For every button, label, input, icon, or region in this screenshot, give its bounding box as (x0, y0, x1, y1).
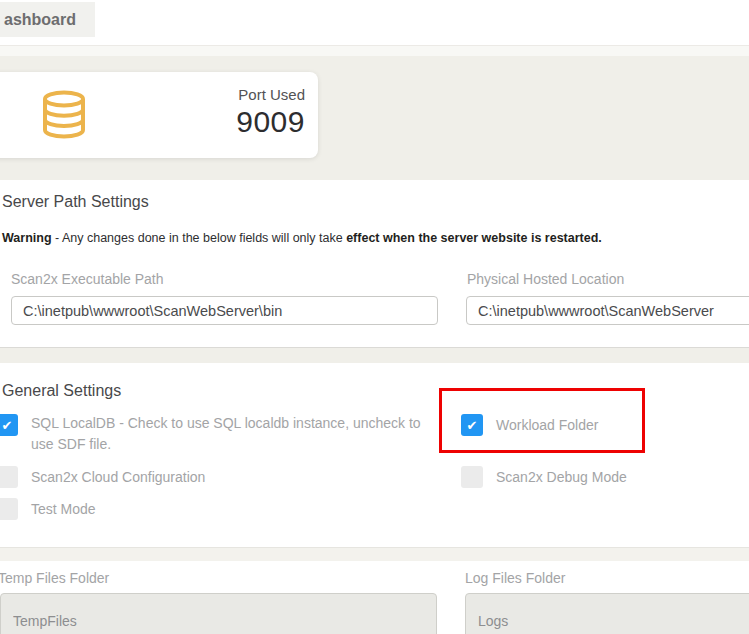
top-bar: ashboard (0, 0, 749, 46)
checkbox-row-workload-folder: ✔ Workload Folder (461, 414, 598, 436)
checkbox-label: SQL LocalDB - Check to use SQL localdb i… (31, 413, 426, 455)
database-icon (41, 90, 87, 140)
executable-path-input[interactable] (11, 296, 438, 325)
checkbox-label: Scan2x Cloud Configuration (31, 467, 205, 488)
hero-band-highlight (0, 46, 749, 56)
checkbox-row-cloud-configuration: ✔ Scan2x Cloud Configuration (0, 466, 205, 488)
hosted-location-label: Physical Hosted Location (467, 271, 624, 287)
section-separator (0, 347, 749, 363)
warning-text: Warning - Any changes done in the below … (2, 231, 602, 245)
checkbox-row-debug-mode: ✔ Scan2x Debug Mode (461, 466, 627, 488)
checkbox-label: Workload Folder (496, 415, 598, 436)
checkbox-sql-localdb[interactable]: ✔ (0, 414, 18, 436)
general-settings-section: General Settings ✔ SQL LocalDB - Check t… (0, 363, 749, 547)
general-settings-title: General Settings (2, 382, 121, 400)
warning-bold-suffix: effect when the server website is restar… (346, 231, 602, 245)
checkbox-scan2x-debug-mode[interactable]: ✔ (461, 466, 483, 488)
executable-path-label: Scan2x Executable Path (11, 271, 164, 287)
warning-normal: - Any changes done in the below fields w… (52, 231, 347, 245)
checkbox-row-test-mode: ✔ Test Mode (0, 498, 96, 520)
hosted-location-input[interactable] (466, 296, 749, 325)
tab-dashboard[interactable]: ashboard (0, 2, 95, 37)
server-path-settings-section: Server Path Settings Warning - Any chang… (0, 180, 749, 347)
log-files-folder-input[interactable] (465, 593, 749, 634)
section-separator (0, 547, 749, 561)
checkbox-label: Test Mode (31, 499, 96, 520)
log-files-folder-label: Log Files Folder (465, 570, 565, 586)
port-used-label: Port Used (236, 86, 305, 103)
port-used-card: Port Used 9009 (0, 72, 318, 158)
server-path-settings-title: Server Path Settings (2, 193, 149, 211)
checkbox-test-mode[interactable]: ✔ (0, 498, 18, 520)
checkbox-label: Scan2x Debug Mode (496, 467, 627, 488)
port-used-value: 9009 (236, 105, 305, 139)
warning-bold: Warning (2, 231, 52, 245)
temp-files-folder-input[interactable] (0, 593, 437, 634)
checkbox-row-sql-localdb: ✔ SQL LocalDB - Check to use SQL localdb… (0, 414, 426, 455)
checkmark-icon: ✔ (2, 419, 13, 432)
checkbox-workload-folder[interactable]: ✔ (461, 414, 483, 436)
checkbox-scan2x-cloud-configuration[interactable]: ✔ (0, 466, 18, 488)
folder-settings-section: Temp Files Folder Log Files Folder (0, 561, 749, 634)
temp-files-folder-label: Temp Files Folder (0, 570, 109, 586)
checkmark-icon: ✔ (467, 419, 478, 432)
